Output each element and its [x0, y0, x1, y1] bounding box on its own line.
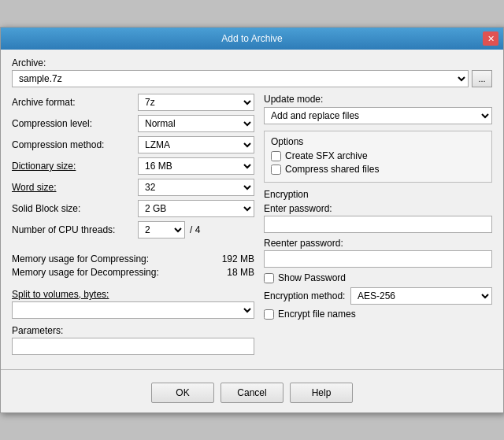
memory-decompressing-label: Memory usage for Decompressing: — [12, 267, 159, 278]
compression-method-row: Compression method: LZMALZMA2PPMdBZip2De… — [12, 136, 254, 153]
show-password-checkbox[interactable] — [264, 273, 274, 283]
ok-button[interactable]: OK — [151, 383, 214, 403]
solid-block-size-label: Solid Block size: — [12, 203, 138, 214]
solid-block-size-row: Solid Block size: Non-solid1 MB512 MB2 G… — [12, 200, 254, 217]
compress-shared-label: Compress shared files — [285, 164, 379, 175]
memory-decompressing-row: Memory usage for Decompressing: 18 MB — [12, 267, 254, 278]
show-password-row: Show Password — [264, 272, 492, 283]
dialog-content: Archive: sample.7z ... Archive format: 7… — [1, 50, 503, 363]
archive-select[interactable]: sample.7z — [12, 70, 469, 87]
encrypt-file-names-label: Encrypt file names — [278, 309, 356, 320]
split-label: Split to volumes, bytes: — [12, 289, 254, 300]
archive-section: Archive: sample.7z ... — [12, 57, 492, 87]
footer: OK Cancel Help — [1, 376, 503, 412]
add-to-archive-dialog: Add to Archive ✕ Archive: sample.7z ... … — [0, 27, 504, 413]
compression-method-label: Compression method: — [12, 139, 138, 150]
right-panel: Update mode: Add and replace filesUpdate… — [264, 94, 492, 355]
word-size-select[interactable]: 8163264128 — [138, 179, 254, 196]
memory-decompressing-value: 18 MB — [227, 267, 254, 278]
options-title: Options — [271, 136, 485, 147]
update-mode-select[interactable]: Add and replace filesUpdate and add file… — [264, 107, 492, 124]
cancel-button[interactable]: Cancel — [220, 383, 284, 403]
dictionary-size-row: Dictionary size: 16 MB32 MB64 MB128 MB — [12, 157, 254, 175]
reenter-password-input[interactable] — [264, 250, 492, 268]
cpu-max-label: / 4 — [190, 224, 200, 235]
cpu-threads-row: Number of CPU threads: 1248 / 4 — [12, 221, 254, 238]
encryption-section: Encryption Enter password: Reenter passw… — [264, 189, 492, 320]
enter-password-label: Enter password: — [264, 203, 492, 214]
archive-format-row: Archive format: 7zziptargzipbzip2 — [12, 94, 254, 111]
word-size-label: Word size: — [12, 182, 138, 193]
reenter-password-label: Reenter password: — [264, 238, 492, 249]
show-password-label: Show Password — [278, 272, 346, 283]
encryption-title: Encryption — [264, 189, 492, 200]
compression-level-row: Compression level: StoreFastestFastNorma… — [12, 115, 254, 132]
footer-divider — [1, 369, 503, 370]
archive-input-row: sample.7z ... — [12, 70, 492, 87]
compression-method-select[interactable]: LZMALZMA2PPMdBZip2Deflate — [138, 136, 254, 153]
archive-label: Archive: — [12, 57, 492, 68]
memory-compressing-value: 192 MB — [222, 253, 254, 264]
compression-level-select[interactable]: StoreFastestFastNormalMaximumUltra — [138, 115, 254, 132]
title-bar: Add to Archive ✕ — [1, 28, 503, 50]
update-mode-label: Update mode: — [264, 94, 492, 105]
archive-format-label: Archive format: — [12, 97, 138, 108]
create-sfx-checkbox[interactable] — [271, 151, 281, 161]
encryption-method-select[interactable]: AES-256ZipCrypto — [350, 287, 492, 305]
split-select[interactable] — [12, 301, 254, 319]
encrypt-file-names-row: Encrypt file names — [264, 309, 492, 320]
dictionary-size-label: Dictionary size: — [12, 161, 138, 172]
solid-block-size-select[interactable]: Non-solid1 MB512 MB2 GB4 GB — [138, 200, 254, 217]
cpu-threads-select[interactable]: 1248 — [138, 221, 185, 238]
params-section: Parameters: — [12, 325, 254, 355]
encrypt-file-names-checkbox[interactable] — [264, 309, 274, 320]
browse-button[interactable]: ... — [472, 70, 492, 87]
params-input[interactable] — [12, 338, 254, 355]
enter-password-input[interactable] — [264, 216, 492, 233]
compression-level-label: Compression level: — [12, 118, 138, 129]
encryption-method-label: Encryption method: — [264, 290, 350, 301]
dialog-title: Add to Archive — [21, 33, 483, 44]
options-box: Options Create SFX archive Compress shar… — [264, 131, 492, 183]
cpu-threads-label: Number of CPU threads: — [12, 224, 138, 235]
main-layout: Archive format: 7zziptargzipbzip2 Compre… — [12, 94, 492, 355]
memory-compressing-row: Memory usage for Compressing: 192 MB — [12, 253, 254, 264]
split-section: Split to volumes, bytes: — [12, 289, 254, 319]
close-button[interactable]: ✕ — [483, 31, 498, 46]
word-size-row: Word size: 8163264128 — [12, 179, 254, 196]
archive-format-select[interactable]: 7zziptargzipbzip2 — [138, 94, 254, 111]
create-sfx-label: Create SFX archive — [285, 150, 368, 161]
memory-section: Memory usage for Compressing: 192 MB Mem… — [12, 253, 254, 278]
encryption-method-row: Encryption method: AES-256ZipCrypto — [264, 287, 492, 305]
compress-shared-checkbox[interactable] — [271, 165, 281, 175]
create-sfx-row: Create SFX archive — [271, 150, 485, 161]
params-label: Parameters: — [12, 325, 254, 336]
compress-shared-row: Compress shared files — [271, 164, 485, 175]
memory-compressing-label: Memory usage for Compressing: — [12, 253, 149, 264]
left-panel: Archive format: 7zziptargzipbzip2 Compre… — [12, 94, 254, 355]
help-button[interactable]: Help — [290, 383, 353, 403]
dictionary-size-select[interactable]: 16 MB32 MB64 MB128 MB — [138, 157, 254, 175]
